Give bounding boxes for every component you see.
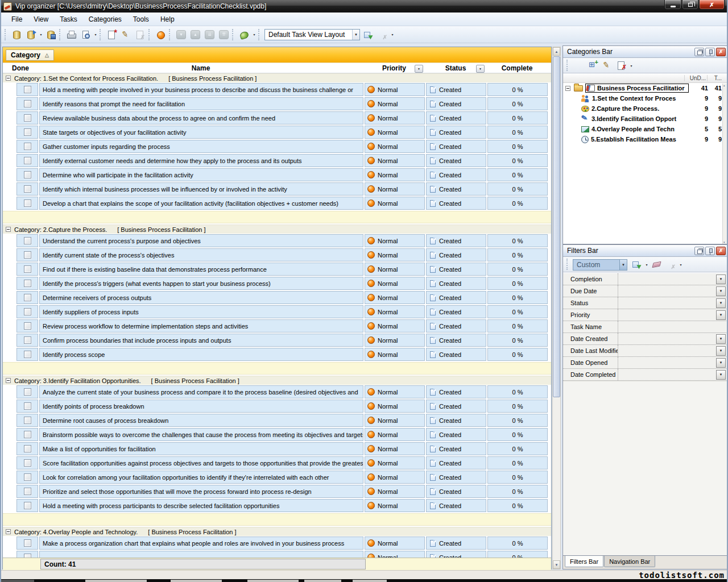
new-task-button[interactable]	[105, 28, 119, 41]
done-cell[interactable]	[16, 428, 38, 441]
done-cell[interactable]	[16, 305, 38, 318]
column-header-priority[interactable]: Priority▼	[363, 64, 425, 72]
tree-category-item[interactable]: 1.Set the Context for Proces99	[563, 93, 727, 103]
view-layout-button[interactable]	[237, 28, 251, 41]
category-group-header[interactable]: Category: 3.Identify Facilitation Opport…	[3, 376, 551, 385]
tree-category-item[interactable]: 2.Capture the Process.99	[563, 103, 727, 114]
filter-dropdown-button[interactable]: ▼	[716, 334, 726, 344]
status-cell[interactable]: Created	[426, 499, 486, 512]
priority-cell[interactable]: Normal	[365, 140, 425, 153]
tab-filters-bar[interactable]: Filters Bar	[565, 556, 603, 567]
priority-cell[interactable]: Normal	[365, 182, 425, 196]
done-cell[interactable]	[16, 140, 38, 153]
toolbar-overflow-icon[interactable]: ▾	[678, 258, 684, 271]
chevron-down-icon[interactable]: ▼	[352, 30, 359, 40]
priority-cell[interactable]: Normal	[365, 111, 425, 124]
done-cell[interactable]	[16, 111, 38, 124]
done-checkbox[interactable]	[24, 308, 31, 315]
task-name-cell[interactable]: Review available business data about the…	[39, 111, 363, 124]
task-view-layout-combobox[interactable]: Default Task View Layout▼	[264, 29, 360, 40]
toolbar-overflow-icon[interactable]: ▾	[628, 59, 634, 72]
tree-root-item[interactable]: Business Process Facilitatior4141	[563, 83, 727, 93]
done-cell[interactable]	[16, 97, 38, 110]
status-cell[interactable]: Created	[426, 263, 486, 276]
priority-cell[interactable]: Normal	[365, 234, 425, 247]
clear-filter-button[interactable]	[650, 258, 664, 271]
complete-cell[interactable]: 0 %	[487, 197, 548, 210]
complete-cell[interactable]: 0 %	[487, 456, 548, 469]
panel-close-button[interactable]: ✗	[716, 48, 726, 56]
new-database-button[interactable]	[10, 28, 24, 41]
done-checkbox[interactable]	[24, 473, 31, 481]
priority-cell[interactable]: Normal	[365, 348, 425, 361]
status-filter-dropdown[interactable]: ▼	[476, 65, 485, 73]
done-checkbox[interactable]	[24, 265, 31, 273]
complete-cell[interactable]: 0 %	[487, 348, 548, 361]
done-checkbox[interactable]	[24, 294, 31, 301]
priority-cell[interactable]: Normal	[365, 428, 425, 441]
tree-root-selection[interactable]: Business Process Facilitatior	[585, 84, 689, 93]
open-database-button[interactable]	[24, 28, 38, 41]
tree-category-item[interactable]: 5.Establish Facilitation Meas99	[563, 134, 727, 144]
done-checkbox[interactable]	[24, 171, 31, 178]
complete-cell[interactable]: 0 %	[487, 385, 548, 398]
status-cell[interactable]: Created	[426, 414, 486, 427]
status-cell[interactable]: Created	[426, 182, 486, 196]
done-checkbox[interactable]	[24, 100, 31, 107]
task-name-cell[interactable]: Make a process organization chart that e…	[39, 537, 363, 550]
status-cell[interactable]: Created	[426, 154, 486, 167]
collapse-icon[interactable]	[565, 86, 570, 91]
filter-value-field[interactable]	[618, 369, 716, 380]
tree-category-item[interactable]: 4.Overlay People and Techn55	[563, 124, 727, 134]
task-name-cell[interactable]: State targets or objectives of your faci…	[39, 126, 363, 139]
filter-preset-combobox[interactable]: Custom ▼	[573, 259, 627, 271]
scrollbar-thumb[interactable]	[553, 56, 560, 397]
chevron-down-icon[interactable]: ▼	[619, 260, 627, 270]
task-name-cell[interactable]: Identify points of process breakdown	[39, 400, 363, 413]
done-cell[interactable]	[16, 182, 38, 196]
complete-cell[interactable]: 0 %	[487, 551, 548, 558]
column-header-total[interactable]: T...	[707, 75, 727, 81]
priority-cell[interactable]: Normal	[365, 277, 425, 290]
complete-cell[interactable]: 0 %	[487, 400, 548, 413]
priority-cell[interactable]: Normal	[365, 499, 425, 512]
filter-dropdown-button[interactable]: ▼	[716, 346, 726, 356]
filter-value-field[interactable]	[618, 357, 716, 368]
done-checkbox[interactable]	[24, 554, 31, 558]
task-name-cell[interactable]: Identify external customer needs and det…	[39, 154, 363, 167]
complete-cell[interactable]: 0 %	[487, 111, 548, 124]
status-cell[interactable]: Created	[426, 140, 486, 153]
collapse-icon[interactable]	[6, 529, 11, 534]
complete-cell[interactable]: 0 %	[487, 334, 548, 347]
filter-dropdown-button[interactable]: ▼	[716, 275, 726, 284]
panel-restore-button[interactable]	[694, 247, 704, 255]
done-checkbox[interactable]	[24, 114, 31, 122]
done-cell[interactable]	[16, 319, 38, 332]
done-cell[interactable]	[16, 197, 38, 210]
status-cell[interactable]: Created	[426, 234, 486, 247]
chevron-down-icon[interactable]: ▾	[93, 28, 98, 41]
done-cell[interactable]	[16, 291, 38, 304]
done-checkbox[interactable]	[24, 336, 31, 344]
complete-cell[interactable]: 0 %	[487, 277, 548, 290]
delete-category-button[interactable]	[614, 59, 628, 72]
done-checkbox[interactable]	[24, 402, 31, 410]
complete-cell[interactable]: 0 %	[487, 182, 548, 196]
done-cell[interactable]	[16, 263, 38, 276]
priority-cell[interactable]: Normal	[365, 83, 425, 96]
task-name-cell[interactable]: Determine root causes of process breakdo…	[39, 414, 363, 427]
edit-category-button[interactable]	[600, 59, 614, 72]
status-cell[interactable]: Created	[426, 551, 486, 558]
done-cell[interactable]	[16, 537, 38, 550]
status-cell[interactable]: Created	[426, 442, 486, 455]
print-preview-button[interactable]	[78, 28, 93, 41]
panel-pin-button[interactable]	[705, 48, 715, 56]
task-name-cell[interactable]: Determine who will participate in the fa…	[39, 168, 363, 181]
complete-cell[interactable]: 0 %	[487, 168, 548, 181]
done-cell[interactable]	[16, 83, 38, 96]
print-button[interactable]	[64, 28, 78, 41]
complete-cell[interactable]: 0 %	[487, 234, 548, 247]
done-checkbox[interactable]	[24, 280, 31, 287]
toolbar-overflow-icon[interactable]: ▾	[390, 28, 395, 41]
category-group-header[interactable]: Category: 2.Capture the Process.[ Busine…	[3, 225, 551, 234]
